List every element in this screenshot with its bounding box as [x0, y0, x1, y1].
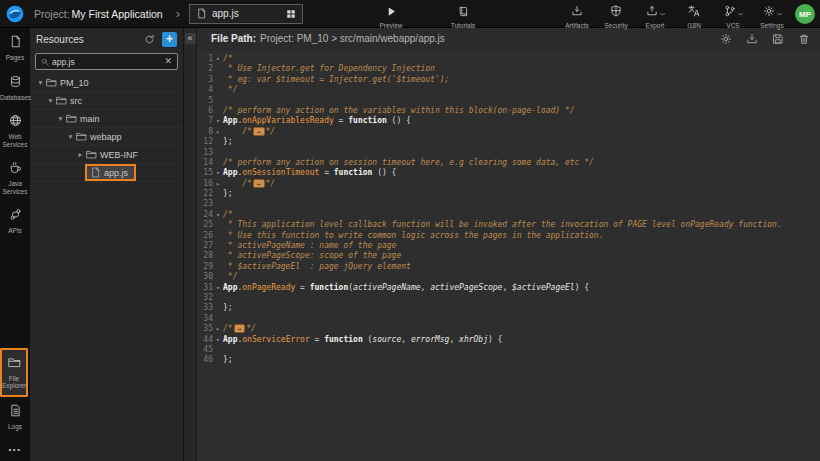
- menu-security-button[interactable]: Security: [600, 3, 632, 29]
- fold-toggle-icon[interactable]: ▸: [213, 324, 223, 334]
- line-number: 45: [197, 345, 213, 355]
- code-line-46[interactable]: 46};: [197, 355, 820, 365]
- code-line-16[interactable]: 16▸ /*↔*/: [197, 179, 820, 189]
- resources-panel: Resources + ✕ ▾PM_10▾src▾main▾webapp▸WEB…: [30, 28, 184, 461]
- code-line-8[interactable]: 8▸ /*↔*/: [197, 127, 820, 137]
- tab-appjs[interactable]: app.js: [189, 4, 303, 24]
- code-line-1[interactable]: 1▾/*: [197, 54, 820, 64]
- selected-file-highlight: app.js: [85, 164, 136, 181]
- code-line-23[interactable]: 23: [197, 199, 820, 209]
- code-line-7[interactable]: 7▾App.onAppVariablesReady = function () …: [197, 116, 820, 126]
- code-line-32[interactable]: 32: [197, 293, 820, 303]
- sidebar-item-file-explorer[interactable]: File Explorer: [0, 348, 28, 397]
- chevron-down-icon: [776, 3, 782, 21]
- add-resource-button[interactable]: +: [162, 32, 177, 47]
- refresh-icon[interactable]: [144, 34, 155, 45]
- code-line-22[interactable]: 22};: [197, 189, 820, 199]
- code-editor[interactable]: 1▾/*2 * Use Injector.get for Dependency …: [197, 50, 820, 461]
- fold-toggle-icon[interactable]: ▸: [213, 179, 223, 189]
- gear-button[interactable]: [720, 33, 732, 45]
- tree-toggle-icon[interactable]: ▾: [36, 78, 45, 87]
- fold-toggle-icon: [213, 303, 223, 313]
- code-line-6[interactable]: 6/* perform any action on the variables …: [197, 106, 820, 116]
- tree-item-webapp[interactable]: ▾webapp: [30, 128, 183, 146]
- fold-toggle-icon[interactable]: ▾: [213, 335, 223, 345]
- fold-toggle-icon[interactable]: ▾: [213, 168, 223, 178]
- download-button[interactable]: [746, 33, 758, 45]
- code-line-14[interactable]: 14/* perform any action on session timeo…: [197, 158, 820, 168]
- fold-toggle-icon[interactable]: ▾: [213, 283, 223, 293]
- line-number: 35: [197, 324, 213, 334]
- menu-i18n-button[interactable]: I18N: [678, 3, 710, 29]
- tree-toggle-icon[interactable]: ▸: [76, 150, 85, 159]
- clear-search-icon[interactable]: ✕: [164, 57, 172, 66]
- menu-vcs-button[interactable]: VCS: [717, 3, 749, 29]
- left-rail: PagesDatabasesWeb ServicesJava ServicesA…: [0, 28, 30, 461]
- save-button[interactable]: [772, 33, 784, 45]
- line-number: 27: [197, 241, 213, 251]
- fold-toggle-icon: [213, 106, 223, 116]
- code-line-26[interactable]: 26 * Use this function to write common l…: [197, 231, 820, 241]
- sidebar-item-databases[interactable]: Databases: [0, 68, 30, 108]
- trash-button[interactable]: [798, 33, 810, 45]
- tree-item-main[interactable]: ▾main: [30, 110, 183, 128]
- fold-toggle-icon: [213, 148, 223, 158]
- code-line-28[interactable]: 28 * activePageScope: scope of the page: [197, 251, 820, 261]
- code-line-45[interactable]: 45: [197, 345, 820, 355]
- rail-overflow-button[interactable]: •••: [9, 436, 22, 461]
- fold-toggle-icon[interactable]: ▾: [213, 210, 223, 220]
- sidebar-item-logs[interactable]: Logs: [0, 397, 30, 437]
- collapsed-code-widget[interactable]: ↔: [253, 179, 265, 188]
- code-line-4[interactable]: 4 */: [197, 85, 820, 95]
- code-line-2[interactable]: 2 * Use Injector.get for Dependency Inje…: [197, 64, 820, 74]
- code-line-13[interactable]: 13: [197, 148, 820, 158]
- tree-toggle-icon[interactable]: ▾: [46, 96, 55, 105]
- search-input[interactable]: [52, 57, 161, 67]
- sidebar-item-java-services[interactable]: Java Services: [0, 154, 30, 201]
- tree-item-app-js[interactable]: app.js: [30, 164, 183, 182]
- app-logo-icon[interactable]: [5, 4, 25, 24]
- code-line-3[interactable]: 3 * eg: var $timeout = Injector.get('$ti…: [197, 75, 820, 85]
- tree-item-web-inf[interactable]: ▸WEB-INF: [30, 146, 183, 164]
- collapsed-code-widget[interactable]: ↔: [234, 324, 246, 333]
- tree-toggle-icon[interactable]: ▾: [66, 132, 75, 141]
- code-line-5[interactable]: 5: [197, 96, 820, 106]
- code-line-35[interactable]: 35▸/*↔*/: [197, 324, 820, 334]
- code-text: * Use this function to write common logi…: [223, 231, 604, 241]
- code-line-34[interactable]: 34: [197, 314, 820, 324]
- file-path-label: File Path:: [211, 33, 256, 44]
- code-line-31[interactable]: 31▾App.onPageReady = function(activePage…: [197, 283, 820, 293]
- code-line-29[interactable]: 29 * $activePageEl : page jQuery element: [197, 262, 820, 272]
- code-line-25[interactable]: 25 * This application level callback fun…: [197, 220, 820, 230]
- code-line-24[interactable]: 24▾/*: [197, 210, 820, 220]
- collapse-panel-button[interactable]: «: [185, 33, 196, 44]
- tree-item-src[interactable]: ▾src: [30, 92, 183, 110]
- menu-settings-button[interactable]: Settings: [756, 3, 788, 29]
- fold-toggle-icon[interactable]: ▸: [213, 127, 223, 137]
- tree-toggle-icon[interactable]: ▾: [56, 114, 65, 123]
- code-line-30[interactable]: 30 */: [197, 272, 820, 282]
- sidebar-item-web-services[interactable]: Web Services: [0, 107, 30, 154]
- collapsed-code-widget[interactable]: ↔: [253, 127, 265, 136]
- databases-icon: [9, 74, 22, 91]
- grid-icon[interactable]: [286, 9, 296, 19]
- avatar[interactable]: MP: [795, 4, 815, 24]
- tutorials-button[interactable]: Tutorials: [440, 3, 486, 29]
- tree-item-pm-10[interactable]: ▾PM_10: [30, 74, 183, 92]
- code-line-12[interactable]: 12};: [197, 137, 820, 147]
- preview-button[interactable]: Preview: [368, 3, 414, 29]
- tutorials-label: Tutorials: [440, 22, 486, 29]
- sidebar-item-apis[interactable]: APIs: [0, 201, 30, 241]
- menu-artifacts-button[interactable]: Artifacts: [561, 3, 593, 29]
- code-line-44[interactable]: 44▾App.onServiceError = function (source…: [197, 335, 820, 345]
- sidebar-item-pages[interactable]: Pages: [0, 28, 30, 68]
- menu-export-button[interactable]: Export: [639, 3, 671, 29]
- file-icon: [196, 8, 207, 19]
- fold-toggle-icon[interactable]: ▾: [213, 54, 223, 64]
- fold-toggle-icon[interactable]: ▾: [213, 116, 223, 126]
- code-line-27[interactable]: 27 * activePageName : name of the page: [197, 241, 820, 251]
- code-line-33[interactable]: 33};: [197, 303, 820, 313]
- line-number: 29: [197, 262, 213, 272]
- code-line-15[interactable]: 15▾App.onSessionTimeout = function () {: [197, 168, 820, 178]
- export-icon: [646, 3, 658, 21]
